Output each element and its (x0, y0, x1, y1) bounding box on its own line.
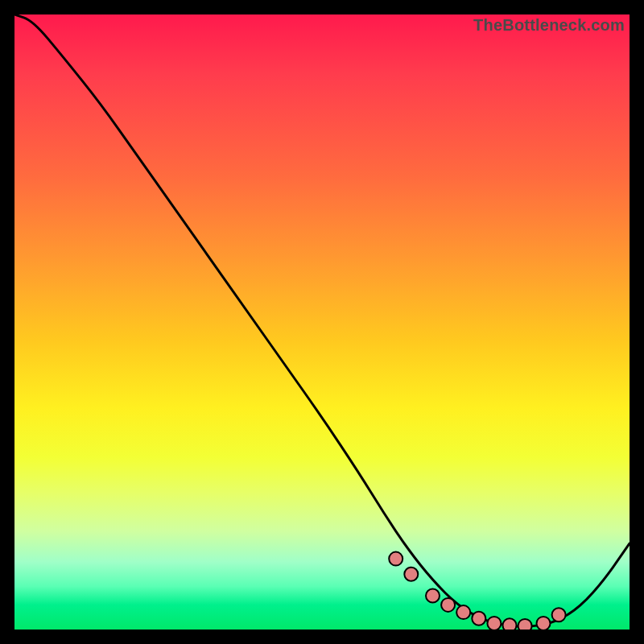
curve-layer (14, 14, 630, 630)
highlight-marker (487, 617, 501, 630)
highlight-marker (552, 608, 566, 621)
highlight-marker (426, 589, 440, 603)
highlight-marker (537, 617, 551, 630)
plot-area: TheBottleneck.com (14, 14, 630, 630)
highlight-marker (503, 618, 517, 630)
highlight-marker (389, 552, 402, 566)
highlight-marker (441, 598, 455, 612)
highlight-marker (518, 619, 532, 630)
chart-frame: TheBottleneck.com (0, 0, 644, 644)
bottleneck-curve (14, 14, 630, 626)
highlight-marker (404, 568, 418, 581)
highlight-marker (456, 605, 470, 619)
highlight-marker (472, 612, 485, 625)
